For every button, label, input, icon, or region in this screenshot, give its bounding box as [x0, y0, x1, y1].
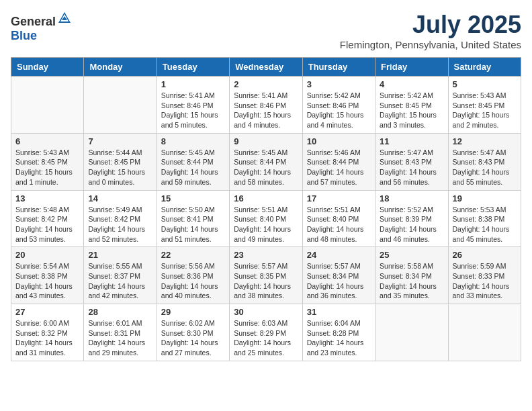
day-number: 21 [88, 250, 152, 260]
day-number: 24 [307, 250, 371, 260]
day-info: Sunrise: 5:43 AM Sunset: 8:45 PM Dayligh… [15, 148, 79, 187]
calendar-location: Flemington, Pennsylvania, United States [340, 39, 521, 50]
calendar-cell: 2Sunrise: 5:41 AM Sunset: 8:46 PM Daylig… [230, 77, 302, 134]
day-number: 13 [15, 193, 79, 203]
weekday-header-tuesday: Tuesday [157, 58, 229, 77]
calendar-cell: 4Sunrise: 5:42 AM Sunset: 8:45 PM Daylig… [375, 77, 448, 134]
day-number: 3 [307, 79, 371, 89]
calendar-cell: 11Sunrise: 5:47 AM Sunset: 8:43 PM Dayli… [375, 133, 448, 190]
day-number: 14 [88, 193, 152, 203]
day-info: Sunrise: 5:41 AM Sunset: 8:46 PM Dayligh… [161, 91, 225, 130]
day-number: 8 [161, 136, 225, 146]
calendar-cell: 29Sunrise: 6:02 AM Sunset: 8:30 PM Dayli… [157, 304, 229, 361]
weekday-header-saturday: Saturday [448, 58, 521, 77]
day-number: 6 [15, 136, 79, 146]
calendar-cell: 6Sunrise: 5:43 AM Sunset: 8:45 PM Daylig… [11, 133, 84, 190]
day-info: Sunrise: 5:50 AM Sunset: 8:41 PM Dayligh… [161, 205, 225, 244]
weekday-header-sunday: Sunday [11, 58, 84, 77]
day-number: 7 [88, 136, 152, 146]
calendar-cell: 25Sunrise: 5:58 AM Sunset: 8:34 PM Dayli… [375, 247, 448, 304]
week-row-3: 13Sunrise: 5:48 AM Sunset: 8:42 PM Dayli… [11, 190, 521, 247]
day-info: Sunrise: 5:57 AM Sunset: 8:34 PM Dayligh… [307, 261, 371, 301]
day-number: 4 [380, 79, 443, 89]
day-number: 12 [453, 136, 517, 146]
calendar-cell: 26Sunrise: 5:59 AM Sunset: 8:33 PM Dayli… [448, 247, 521, 304]
day-number: 10 [307, 136, 371, 146]
week-row-4: 20Sunrise: 5:54 AM Sunset: 8:38 PM Dayli… [11, 247, 521, 304]
calendar-cell: 30Sunrise: 6:03 AM Sunset: 8:29 PM Dayli… [230, 304, 302, 361]
day-number: 5 [453, 79, 517, 89]
logo-general: General [11, 15, 56, 28]
day-info: Sunrise: 6:02 AM Sunset: 8:30 PM Dayligh… [161, 318, 225, 358]
day-info: Sunrise: 5:46 AM Sunset: 8:44 PM Dayligh… [307, 148, 371, 187]
calendar-cell: 12Sunrise: 5:47 AM Sunset: 8:43 PM Dayli… [448, 133, 521, 190]
day-number: 29 [161, 307, 225, 317]
calendar-cell: 19Sunrise: 5:53 AM Sunset: 8:38 PM Dayli… [448, 190, 521, 247]
calendar-cell: 22Sunrise: 5:56 AM Sunset: 8:36 PM Dayli… [157, 247, 229, 304]
week-row-2: 6Sunrise: 5:43 AM Sunset: 8:45 PM Daylig… [11, 133, 521, 190]
day-info: Sunrise: 5:58 AM Sunset: 8:34 PM Dayligh… [380, 261, 443, 301]
day-number: 27 [15, 307, 79, 317]
logo-blue: Blue [11, 29, 37, 42]
calendar-cell: 3Sunrise: 5:42 AM Sunset: 8:46 PM Daylig… [302, 77, 375, 134]
calendar-title: July 2025 [340, 11, 521, 39]
calendar-cell [11, 77, 84, 134]
day-number: 15 [161, 193, 225, 203]
day-number: 20 [15, 250, 79, 260]
calendar-cell: 27Sunrise: 6:00 AM Sunset: 8:32 PM Dayli… [11, 304, 84, 361]
logo: General Blue [11, 11, 72, 43]
weekday-header-thursday: Thursday [302, 58, 375, 77]
calendar-cell: 9Sunrise: 5:45 AM Sunset: 8:44 PM Daylig… [230, 133, 302, 190]
logo-icon [57, 11, 72, 26]
day-info: Sunrise: 5:59 AM Sunset: 8:33 PM Dayligh… [453, 261, 517, 301]
calendar-cell: 8Sunrise: 5:45 AM Sunset: 8:44 PM Daylig… [157, 133, 229, 190]
calendar-cell [448, 304, 521, 361]
title-block: July 2025 Flemington, Pennsylvania, Unit… [340, 11, 521, 50]
weekday-header-wednesday: Wednesday [230, 58, 302, 77]
calendar-cell: 18Sunrise: 5:52 AM Sunset: 8:39 PM Dayli… [375, 190, 448, 247]
day-info: Sunrise: 5:45 AM Sunset: 8:44 PM Dayligh… [161, 148, 225, 187]
day-info: Sunrise: 5:42 AM Sunset: 8:46 PM Dayligh… [307, 91, 371, 130]
day-info: Sunrise: 5:53 AM Sunset: 8:38 PM Dayligh… [453, 205, 517, 244]
day-number: 2 [234, 79, 298, 89]
calendar-cell: 20Sunrise: 5:54 AM Sunset: 8:38 PM Dayli… [11, 247, 84, 304]
day-info: Sunrise: 5:57 AM Sunset: 8:35 PM Dayligh… [234, 261, 298, 301]
day-number: 18 [380, 193, 443, 203]
day-number: 30 [234, 307, 298, 317]
day-number: 16 [234, 193, 298, 203]
day-info: Sunrise: 6:01 AM Sunset: 8:31 PM Dayligh… [88, 318, 152, 358]
calendar-cell: 1Sunrise: 5:41 AM Sunset: 8:46 PM Daylig… [157, 77, 229, 134]
calendar-cell: 13Sunrise: 5:48 AM Sunset: 8:42 PM Dayli… [11, 190, 84, 247]
day-info: Sunrise: 5:56 AM Sunset: 8:36 PM Dayligh… [161, 261, 225, 301]
day-number: 26 [453, 250, 517, 260]
day-info: Sunrise: 5:44 AM Sunset: 8:45 PM Dayligh… [88, 148, 152, 187]
day-number: 28 [88, 307, 152, 317]
calendar-cell: 24Sunrise: 5:57 AM Sunset: 8:34 PM Dayli… [302, 247, 375, 304]
weekday-header-row: SundayMondayTuesdayWednesdayThursdayFrid… [11, 58, 521, 77]
calendar-cell: 21Sunrise: 5:55 AM Sunset: 8:37 PM Dayli… [84, 247, 157, 304]
day-info: Sunrise: 6:03 AM Sunset: 8:29 PM Dayligh… [234, 318, 298, 358]
page-header: General Blue July 2025 Flemington, Penns… [11, 11, 521, 50]
day-info: Sunrise: 5:47 AM Sunset: 8:43 PM Dayligh… [453, 148, 517, 187]
calendar-cell: 10Sunrise: 5:46 AM Sunset: 8:44 PM Dayli… [302, 133, 375, 190]
calendar-cell: 23Sunrise: 5:57 AM Sunset: 8:35 PM Dayli… [230, 247, 302, 304]
calendar-cell [375, 304, 448, 361]
calendar-cell: 15Sunrise: 5:50 AM Sunset: 8:41 PM Dayli… [157, 190, 229, 247]
calendar-table: SundayMondayTuesdayWednesdayThursdayFrid… [11, 57, 521, 361]
logo-text: General Blue [11, 11, 72, 43]
day-info: Sunrise: 5:45 AM Sunset: 8:44 PM Dayligh… [234, 148, 298, 187]
calendar-cell: 5Sunrise: 5:43 AM Sunset: 8:45 PM Daylig… [448, 77, 521, 134]
calendar-cell: 31Sunrise: 6:04 AM Sunset: 8:28 PM Dayli… [302, 304, 375, 361]
day-info: Sunrise: 5:49 AM Sunset: 8:42 PM Dayligh… [88, 205, 152, 244]
day-number: 19 [453, 193, 517, 203]
day-number: 1 [161, 79, 225, 89]
day-info: Sunrise: 5:55 AM Sunset: 8:37 PM Dayligh… [88, 261, 152, 301]
weekday-header-monday: Monday [84, 58, 157, 77]
day-number: 22 [161, 250, 225, 260]
day-info: Sunrise: 5:42 AM Sunset: 8:45 PM Dayligh… [380, 91, 443, 130]
calendar-cell: 7Sunrise: 5:44 AM Sunset: 8:45 PM Daylig… [84, 133, 157, 190]
day-number: 11 [380, 136, 443, 146]
day-number: 25 [380, 250, 443, 260]
day-info: Sunrise: 5:52 AM Sunset: 8:39 PM Dayligh… [380, 205, 443, 244]
day-info: Sunrise: 6:00 AM Sunset: 8:32 PM Dayligh… [15, 318, 79, 358]
